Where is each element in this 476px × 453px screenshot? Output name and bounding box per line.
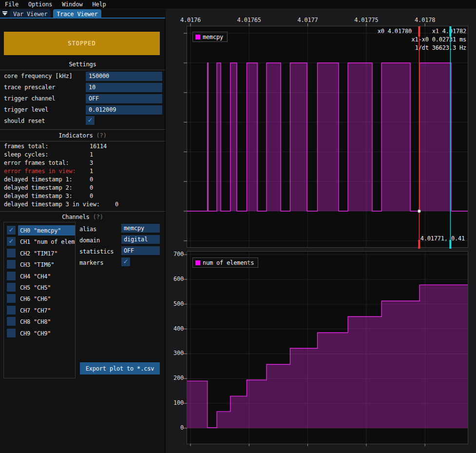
x-tick-label: 4.0178 xyxy=(415,17,435,23)
channel-label: CH7 "CH7" xyxy=(20,307,75,314)
indicator-value: 0 xyxy=(90,184,93,191)
menu-item-window[interactable]: Window xyxy=(57,0,87,9)
settings-header: Settings xyxy=(0,61,165,68)
setting-input-3[interactable] xyxy=(86,105,162,115)
indicators-header: Indicators (?) xyxy=(0,132,165,139)
channel-checkbox[interactable]: ✓ xyxy=(7,317,16,326)
indicator-label: error frames in view: xyxy=(4,168,76,175)
channel-checkbox[interactable]: ✓ xyxy=(7,283,16,292)
channel-row[interactable]: ✓CH4 "CH4" xyxy=(4,272,75,282)
channel-row[interactable]: ✓CH5 "CH5" xyxy=(4,283,75,294)
separator xyxy=(0,70,165,70)
indicator-label: frames total: xyxy=(4,143,48,150)
channel-row[interactable]: ✓CH1 "num of elem xyxy=(4,237,75,248)
channel-row[interactable]: ✓CH7 "CH7" xyxy=(4,306,75,316)
setting-input-0[interactable] xyxy=(86,72,162,81)
domain-select[interactable]: digital xyxy=(121,235,160,244)
x-tick-label: 4.0176 xyxy=(180,17,201,23)
channel-checkbox[interactable]: ✓ xyxy=(7,294,16,303)
menu-item-help[interactable]: Help xyxy=(87,0,111,9)
channel-label: CH8 "CH8" xyxy=(20,318,75,325)
indicator-label: delayed timestamp 3: xyxy=(4,193,73,199)
export-csv-button[interactable]: Export plot to *.csv xyxy=(80,362,160,374)
channel-row[interactable]: ✓CH3 "TIM6" xyxy=(4,260,75,271)
setting-label: trigger channel xyxy=(4,95,55,102)
channel-label: CH9 "CH9" xyxy=(20,330,75,337)
channel-checkbox[interactable]: ✓ xyxy=(7,226,16,235)
channel-label: CH2 "TIM17" xyxy=(20,250,75,257)
alias-input[interactable] xyxy=(121,224,160,233)
setting-input-2[interactable] xyxy=(86,94,162,103)
channels-header: Channels (?) xyxy=(0,214,165,220)
y-tick-label: 0 xyxy=(168,424,184,431)
indicator-value: 16114 xyxy=(90,143,107,150)
y-tick-label: 600 xyxy=(168,276,184,282)
chevron-down-icon[interactable] xyxy=(0,9,10,18)
indicator-label: delayed timestamp 2: xyxy=(4,184,73,191)
setting-label: trigger level xyxy=(4,106,48,113)
indicator-label: delayed timestamp 1: xyxy=(4,176,73,183)
channel-row[interactable]: ✓CH9 "CH9" xyxy=(4,329,75,339)
indicator-value: 1 xyxy=(90,168,93,175)
channel-row[interactable]: ✓CH8 "CH8" xyxy=(4,317,75,328)
indicator-value: 3 xyxy=(90,159,93,166)
y-tick-label: 700 xyxy=(168,251,184,257)
tab-var-viewer[interactable]: Var Viewer xyxy=(10,9,51,18)
channel-checkbox[interactable]: ✓ xyxy=(7,329,16,337)
trace-plot[interactable]: memcpy x0 4.01780 x1 4.01782 x1-x0 0.027… xyxy=(187,26,468,248)
check-icon: ✓ xyxy=(124,258,128,265)
channel-label: CH6 "CH6" xyxy=(20,295,75,302)
indicator-label: delayed timestamp 3 in view: xyxy=(4,201,100,208)
alias-label: alias xyxy=(79,226,96,233)
channel-label: CH0 "memcpy" xyxy=(20,227,75,234)
indicator-value: 0 xyxy=(115,201,118,208)
left-panel: Var ViewerTrace Viewer STOPPED Settings … xyxy=(0,9,165,453)
separator xyxy=(0,129,165,130)
should-reset-checkbox[interactable]: ✓ xyxy=(86,116,95,125)
separator xyxy=(0,211,165,212)
acquisition-state-button[interactable]: STOPPED xyxy=(4,32,160,55)
domain-label: domain xyxy=(79,237,100,244)
indicator-label: error frames total: xyxy=(4,159,69,166)
channel-checkbox[interactable]: ✓ xyxy=(7,260,16,269)
y-tick-label: 400 xyxy=(168,325,184,332)
channel-checkbox[interactable]: ✓ xyxy=(7,237,16,246)
check-icon: ✓ xyxy=(9,226,14,234)
channels-listbox[interactable]: ✓CH0 "memcpy"✓CH1 "num of elem✓CH2 "TIM1… xyxy=(3,222,76,378)
plot-canvas[interactable] xyxy=(187,26,468,247)
channel-row[interactable]: ✓CH0 "memcpy" xyxy=(4,226,75,236)
setting-label: core frequency [kHz] xyxy=(4,73,73,79)
channel-label: CH3 "TIM6" xyxy=(20,261,75,268)
x-tick-label: 4.01765 xyxy=(237,17,261,23)
plot-panel: memcpy x0 4.01780 x1 4.01782 x1-x0 0.027… xyxy=(166,9,476,453)
channel-checkbox[interactable]: ✓ xyxy=(7,249,16,257)
channel-checkbox[interactable]: ✓ xyxy=(7,272,16,280)
elements-plot[interactable]: num of elements xyxy=(187,251,468,444)
setting-label: trace prescaler xyxy=(4,84,55,91)
menu-item-options[interactable]: Options xyxy=(23,0,57,9)
menu-bar: FileOptionsWindowHelp xyxy=(0,0,476,9)
markers-checkbox[interactable]: ✓ xyxy=(121,257,130,266)
indicator-value: 0 xyxy=(90,193,93,199)
x-tick-label: 4.0177 xyxy=(298,17,318,23)
menu-item-file[interactable]: File xyxy=(0,0,23,9)
markers-label: markers xyxy=(79,259,103,266)
statistics-select[interactable]: OFF xyxy=(121,246,160,255)
indicator-value: 0 xyxy=(90,176,93,183)
setting-input-1[interactable] xyxy=(86,83,162,92)
hover-point-dot xyxy=(418,210,421,213)
check-icon: ✓ xyxy=(88,117,93,124)
check-icon: ✓ xyxy=(9,237,14,245)
separator xyxy=(0,141,165,141)
channel-label: CH4 "CH4" xyxy=(20,273,75,280)
help-icon: (?) xyxy=(96,132,107,139)
channel-checkbox[interactable]: ✓ xyxy=(7,306,16,315)
digital-signal-trace xyxy=(187,63,468,211)
indicator-label: sleep cycles: xyxy=(4,151,48,158)
channel-row[interactable]: ✓CH6 "CH6" xyxy=(4,294,75,305)
plot-canvas[interactable] xyxy=(187,252,468,444)
channel-row[interactable]: ✓CH2 "TIM17" xyxy=(4,249,75,259)
y-tick-label: 100 xyxy=(168,399,184,406)
tab-trace-viewer[interactable]: Trace Viewer xyxy=(53,9,101,18)
indicator-value: 1 xyxy=(90,151,93,158)
